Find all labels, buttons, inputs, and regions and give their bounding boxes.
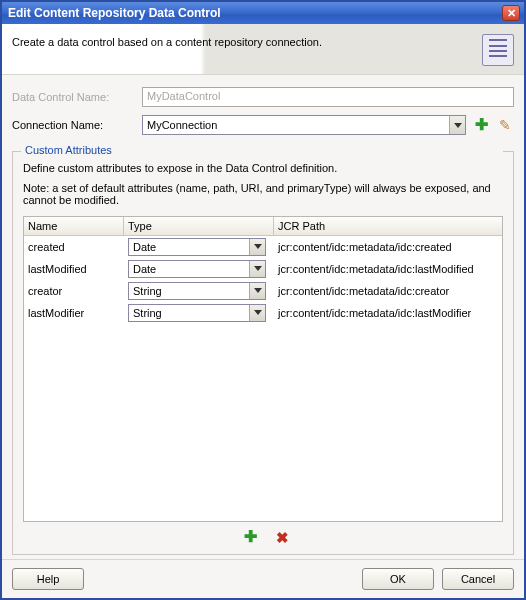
remove-attribute-button[interactable]: ✖ — [273, 528, 291, 546]
close-button[interactable]: ✕ — [502, 5, 520, 21]
cell-jcrpath[interactable]: jcr:content/idc:metadata/idc:lastModifie… — [274, 260, 502, 278]
connection-name-value: MyConnection — [147, 119, 217, 131]
cell-type: Date — [124, 257, 274, 281]
edit-connection-button[interactable]: ✎ — [496, 116, 514, 134]
plus-icon: ✚ — [244, 529, 257, 545]
cell-jcrpath[interactable]: jcr:content/idc:metadata/idc:created — [274, 238, 502, 256]
col-header-jcrpath[interactable]: JCR Path — [274, 217, 502, 235]
cell-name[interactable]: creator — [24, 282, 124, 300]
col-header-name[interactable]: Name — [24, 217, 124, 235]
type-combo[interactable]: Date — [128, 238, 266, 256]
header-description: Create a data control based on a content… — [12, 34, 474, 48]
attributes-table: Name Type JCR Path created Date jcr:c — [23, 216, 503, 522]
plus-icon: ✚ — [475, 117, 488, 133]
header-banner: Create a data control based on a content… — [2, 24, 524, 75]
connection-name-combo[interactable]: MyConnection — [142, 115, 466, 135]
connection-name-label: Connection Name: — [12, 119, 142, 131]
type-dropdown-button[interactable] — [249, 305, 265, 321]
dialog-footer: Help OK Cancel — [2, 559, 524, 598]
table-body: created Date jcr:content/idc:metadata/id… — [24, 236, 502, 521]
table-row[interactable]: lastModified Date jcr:content/idc:metada… — [24, 258, 502, 280]
footer-right: OK Cancel — [362, 568, 514, 590]
cell-name[interactable]: lastModified — [24, 260, 124, 278]
content-area: Data Control Name: MyDataControl Connect… — [2, 75, 524, 559]
custom-attributes-description: Define custom attributes to expose in th… — [23, 162, 503, 174]
chevron-down-icon — [254, 288, 262, 293]
close-icon: ✕ — [507, 8, 516, 19]
type-value: String — [133, 307, 162, 319]
table-actions: ✚ ✖ — [23, 522, 503, 546]
cell-name[interactable]: created — [24, 238, 124, 256]
table-row[interactable]: lastModifier String jcr:content/idc:meta… — [24, 302, 502, 324]
ok-button[interactable]: OK — [362, 568, 434, 590]
custom-attributes-note: Note: a set of default attributes (name,… — [23, 182, 503, 206]
titlebar: Edit Content Repository Data Control ✕ — [2, 2, 524, 24]
cell-name[interactable]: lastModifier — [24, 304, 124, 322]
cell-type: Date — [124, 236, 274, 259]
connection-name-dropdown-button[interactable] — [449, 116, 465, 134]
chevron-down-icon — [454, 123, 462, 128]
connection-name-row: Connection Name: MyConnection ✚ ✎ — [12, 115, 514, 135]
type-value: Date — [133, 263, 156, 275]
table-row[interactable]: created Date jcr:content/idc:metadata/id… — [24, 236, 502, 258]
chevron-down-icon — [254, 310, 262, 315]
type-combo[interactable]: String — [128, 282, 266, 300]
chevron-down-icon — [254, 266, 262, 271]
type-combo[interactable]: String — [128, 304, 266, 322]
data-control-name-field: MyDataControl — [142, 87, 514, 107]
cell-type: String — [124, 279, 274, 303]
table-header: Name Type JCR Path — [24, 217, 502, 236]
add-connection-button[interactable]: ✚ — [472, 116, 490, 134]
type-dropdown-button[interactable] — [249, 239, 265, 255]
delete-icon: ✖ — [276, 530, 289, 545]
cell-jcrpath[interactable]: jcr:content/idc:metadata/idc:lastModifie… — [274, 304, 502, 322]
dialog-window: Edit Content Repository Data Control ✕ C… — [0, 0, 526, 600]
cell-jcrpath[interactable]: jcr:content/idc:metadata/idc:creator — [274, 282, 502, 300]
chevron-down-icon — [254, 244, 262, 249]
type-value: String — [133, 285, 162, 297]
data-control-name-label: Data Control Name: — [12, 91, 142, 103]
cancel-button[interactable]: Cancel — [442, 568, 514, 590]
custom-attributes-legend: Custom Attributes — [21, 144, 503, 156]
type-dropdown-button[interactable] — [249, 261, 265, 277]
pencil-icon: ✎ — [499, 118, 511, 132]
type-value: Date — [133, 241, 156, 253]
custom-attributes-fieldset: Custom Attributes Define custom attribut… — [12, 151, 514, 555]
type-combo[interactable]: Date — [128, 260, 266, 278]
table-row[interactable]: creator String jcr:content/idc:metadata/… — [24, 280, 502, 302]
window-title: Edit Content Repository Data Control — [8, 6, 221, 20]
document-icon — [482, 34, 514, 66]
help-button[interactable]: Help — [12, 568, 84, 590]
cell-type: String — [124, 301, 274, 325]
type-dropdown-button[interactable] — [249, 283, 265, 299]
col-header-type[interactable]: Type — [124, 217, 274, 235]
data-control-name-row: Data Control Name: MyDataControl — [12, 87, 514, 107]
add-attribute-button[interactable]: ✚ — [241, 528, 259, 546]
